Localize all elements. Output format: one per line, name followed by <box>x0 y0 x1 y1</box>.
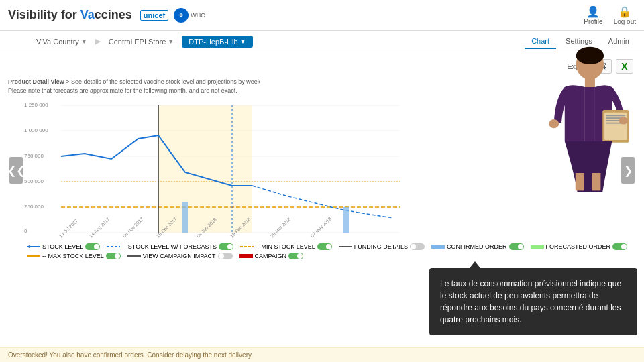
export-bar: Export: 🖨 X <box>8 59 636 74</box>
legend-stock-level-forecasts: -- STOCK LEVEL W/ FORECASTS <box>107 243 233 250</box>
dtp-arrow-icon: ▼ <box>240 38 246 45</box>
header-actions: 👤 Profile 🔒 Log out <box>584 5 636 25</box>
svg-text:250 000: 250 000 <box>24 204 44 210</box>
min-stock-toggle[interactable] <box>317 243 332 250</box>
chart-area: Export: 🖨 X Product Detail View > See de… <box>0 52 644 362</box>
excel-export-button[interactable]: X <box>616 59 633 74</box>
svg-rect-33 <box>431 245 445 249</box>
viva-country-dropdown[interactable]: ViVa Country ▼ <box>34 36 90 47</box>
svg-text:500 000: 500 000 <box>24 178 44 184</box>
legend-forecasted-order: FORECASTED ORDER <box>531 243 628 250</box>
viva-country-arrow-icon: ▼ <box>81 38 87 45</box>
logout-button[interactable]: 🔒 Log out <box>614 5 636 25</box>
svg-text:14 Jul 2017: 14 Jul 2017 <box>58 218 79 239</box>
who-circle-icon: ⊕ <box>174 8 189 23</box>
export-label: Export: <box>567 62 590 70</box>
svg-text:14 Aug 2017: 14 Aug 2017 <box>89 217 111 239</box>
logout-label: Log out <box>614 18 636 25</box>
svg-text:26 Mar 2018: 26 Mar 2018 <box>270 217 292 239</box>
partner-logos: unicef ⊕ WHO <box>140 8 205 23</box>
header: Visibility for Vaccines unicef ⊕ WHO 👤 P… <box>0 0 644 31</box>
dtp-dropdown-button[interactable]: DTP-HepB-Hib ▼ <box>182 36 252 48</box>
legend-confirmed-order: CONFIRMED ORDER <box>431 243 524 250</box>
nav-divider: ▶ <box>95 37 101 46</box>
forecasted-order-toggle[interactable] <box>612 243 627 250</box>
svg-text:750 000: 750 000 <box>24 153 44 159</box>
svg-text:06 Nov 2017: 06 Nov 2017 <box>122 217 144 239</box>
svg-text:1 250 000: 1 250 000 <box>24 102 48 108</box>
funding-details-toggle[interactable] <box>410 243 425 250</box>
stock-level-toggle[interactable] <box>85 243 100 250</box>
app-title: Visibility for Vaccines <box>8 8 132 22</box>
nav-right-tabs: Chart Settings Admin <box>525 34 636 49</box>
central-epi-store-label: Central EPI Store <box>109 38 166 46</box>
profile-button[interactable]: 👤 Profile <box>584 5 602 25</box>
profile-label: Profile <box>584 18 602 25</box>
chart-tab[interactable]: Chart <box>525 34 556 49</box>
svg-text:07 May 2018: 07 May 2018 <box>310 216 333 239</box>
legend-campaign: CAMPAIGN <box>239 253 303 259</box>
svg-marker-12 <box>158 105 252 233</box>
svg-text:1 000 000: 1 000 000 <box>24 127 48 133</box>
central-epi-store-dropdown[interactable]: Central EPI Store ▼ <box>106 36 177 47</box>
print-export-button[interactable]: 🖨 <box>594 59 612 74</box>
central-epi-arrow-icon: ▼ <box>168 38 174 45</box>
product-detail-subtitle: > See details of the selected vaccine st… <box>64 78 260 85</box>
viva-country-label: ViVa Country <box>36 38 79 46</box>
user-icon: 👤 <box>586 5 600 18</box>
product-detail-note: Please note that forecasts are approxima… <box>8 87 237 94</box>
legend-view-campaign-impact: VIEW CAMPAIGN IMPACT <box>127 253 233 259</box>
stock-level-forecasts-toggle[interactable] <box>219 243 233 250</box>
who-label: WHO <box>191 12 205 19</box>
confirmed-order-toggle[interactable] <box>509 243 524 250</box>
max-stock-toggle[interactable] <box>106 253 121 259</box>
svg-text:0: 0 <box>24 228 28 234</box>
campaign-toggle[interactable] <box>288 253 303 259</box>
admin-tab[interactable]: Admin <box>602 34 636 49</box>
legend-funding-details: FUNDING DETAILS <box>339 243 425 250</box>
lock-icon: 🔒 <box>618 5 631 18</box>
settings-tab[interactable]: Settings <box>559 34 599 49</box>
bottom-alert: Overstocked! You also have confirmed ord… <box>0 347 644 362</box>
product-detail-title: Product Detail View <box>8 78 64 85</box>
svg-marker-29 <box>27 245 30 248</box>
svg-rect-37 <box>239 254 253 258</box>
chart-legend: STOCK LEVEL -- STOCK LEVEL W/ FORECASTS … <box>27 243 636 259</box>
unicef-logo: unicef <box>140 10 168 21</box>
svg-rect-34 <box>531 245 544 249</box>
chart-nav-left-button[interactable]: ❮❮ <box>9 157 23 184</box>
legend-min-stock-level: -- MIN STOCK LEVEL <box>240 243 332 250</box>
legend-stock-level: STOCK LEVEL <box>27 243 100 250</box>
chart-wrapper: ❮❮ ❯ 1 250 000 1 000 000 750 000 500 000… <box>8 99 636 242</box>
campaign-impact-toggle[interactable] <box>218 253 233 259</box>
chart-nav-right-button[interactable]: ❯ <box>621 157 635 184</box>
who-logo: ⊕ WHO <box>174 8 205 23</box>
stock-chart: 1 250 000 1 000 000 750 000 500 000 250 … <box>24 99 413 239</box>
navbar: ViVa Country ▼ ▶ Central EPI Store ▼ DTP… <box>0 31 644 52</box>
product-detail-description: Product Detail View > See details of the… <box>8 78 636 95</box>
main-content: Export: 🖨 X Product Detail View > See de… <box>0 52 644 362</box>
dtp-label: DTP-HepB-Hib <box>189 38 237 46</box>
legend-max-stock-level: -- MAX STOCK LEVEL <box>27 253 121 259</box>
